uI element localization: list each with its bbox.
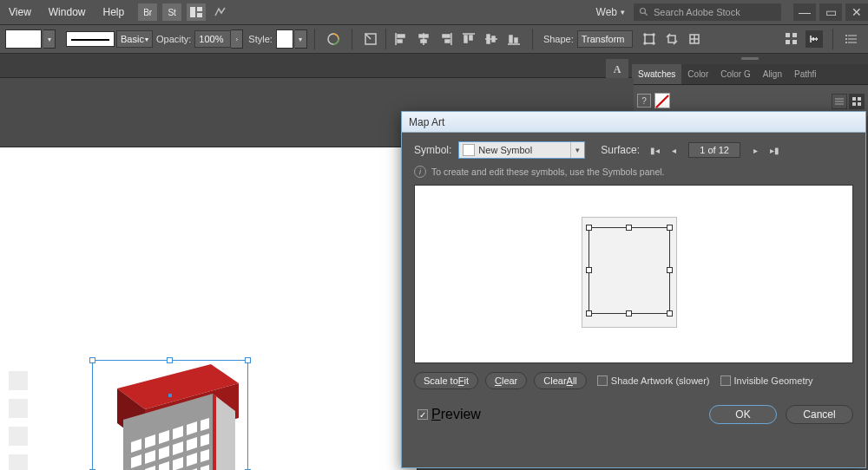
- stroke-style-dropdown[interactable]: Basic ▾: [116, 30, 153, 48]
- menu-view[interactable]: View: [0, 6, 40, 18]
- clear-all-button[interactable]: Clear All: [534, 372, 587, 389]
- selection-handle-tr[interactable]: [245, 357, 251, 363]
- swatch-view-toggle: [830, 94, 865, 109]
- svg-rect-35: [786, 33, 790, 37]
- tab-swatches[interactable]: Swatches: [632, 64, 681, 84]
- tab-color[interactable]: Color: [681, 64, 714, 84]
- stock-button[interactable]: St: [162, 3, 181, 21]
- menu-window[interactable]: Window: [40, 6, 95, 18]
- svg-rect-15: [443, 35, 450, 37]
- opacity-field[interactable]: 100%: [194, 30, 231, 48]
- gpu-icon: [214, 6, 227, 18]
- first-surface-button[interactable]: ▮◂: [647, 142, 662, 158]
- selection-handle-tl[interactable]: [89, 357, 95, 363]
- selection-bounding-box[interactable]: [92, 360, 248, 470]
- graphic-style-swatch[interactable]: ▾: [276, 29, 307, 49]
- align-hcenter-icon[interactable]: [414, 29, 433, 49]
- preview-handle-tc[interactable]: [626, 225, 632, 231]
- bridge-button[interactable]: Br: [138, 3, 157, 21]
- swatch-list-view-icon[interactable]: [832, 94, 847, 109]
- scale-to-fit-button[interactable]: Scale to Fit: [414, 372, 478, 389]
- preview-handle-tl[interactable]: [586, 225, 592, 231]
- panel-grid-icon[interactable]: [783, 30, 800, 48]
- panel-menu-icon[interactable]: [843, 30, 860, 48]
- dialog-footer: Preview OK Cancel: [402, 398, 865, 434]
- svg-rect-48: [852, 97, 856, 101]
- last-surface-button[interactable]: ▸▮: [766, 142, 782, 158]
- maximize-button[interactable]: ▭: [819, 3, 842, 21]
- recolor-icon[interactable]: [324, 29, 343, 49]
- workspace-switcher[interactable]: Web ▾: [596, 6, 625, 18]
- ok-button[interactable]: OK: [709, 405, 777, 424]
- shade-artwork-checkbox[interactable]: Shade Artwork (slower): [597, 375, 710, 386]
- opacity-stepper[interactable]: ›: [231, 29, 243, 49]
- dialog-info-row: i To create and edit these symbols, use …: [402, 164, 865, 185]
- align-bottom-icon[interactable]: [504, 29, 523, 49]
- preview-handle-ml[interactable]: [586, 267, 592, 273]
- svg-rect-19: [470, 36, 472, 40]
- minimize-button[interactable]: ―: [793, 3, 816, 21]
- clear-button[interactable]: Clear: [485, 372, 527, 389]
- surface-position-field[interactable]: 1 of 12: [688, 142, 740, 158]
- workspace-label: Web: [596, 6, 617, 18]
- align-to-button[interactable]: [361, 29, 380, 49]
- panel-drag-handle[interactable]: [632, 57, 868, 64]
- preview-handle-tr[interactable]: [667, 225, 673, 231]
- invisible-geometry-checkbox[interactable]: Invisible Geometry: [720, 375, 813, 386]
- arrange-docs-button[interactable]: [187, 3, 206, 21]
- svg-rect-36: [792, 33, 797, 37]
- preview-handle-bl[interactable]: [586, 310, 592, 317]
- dialog-action-row: Scale to Fit Clear Clear All Shade Artwo…: [402, 363, 865, 398]
- tab-align[interactable]: Align: [757, 64, 788, 84]
- selection-handle-tc[interactable]: [167, 357, 173, 363]
- dialog-titlebar[interactable]: Map Art: [402, 112, 865, 133]
- svg-rect-25: [515, 38, 517, 42]
- surface-label: Surface:: [601, 144, 640, 156]
- fill-swatch[interactable]: ▾: [5, 29, 56, 49]
- chevron-down-icon: ▾: [570, 142, 584, 158]
- tab-pathfinder[interactable]: Pathfi: [788, 64, 823, 84]
- swatch-thumb-view-icon[interactable]: [849, 94, 865, 109]
- transform-dropdown[interactable]: Transform: [577, 30, 633, 48]
- menu-help[interactable]: Help: [94, 6, 133, 18]
- arrange-icon: [190, 7, 202, 17]
- symbol-bounding-box[interactable]: [589, 227, 670, 314]
- swatch-none[interactable]: [654, 93, 670, 108]
- preview-handle-br[interactable]: [667, 310, 673, 317]
- selection-anchor-top[interactable]: [168, 394, 172, 397]
- symbol-label: Symbol:: [414, 144, 451, 156]
- svg-rect-10: [398, 40, 402, 42]
- gpu-button[interactable]: [211, 3, 230, 21]
- next-surface-button[interactable]: ▸: [747, 142, 763, 158]
- symbol-dropdown-value: New Symbol: [478, 145, 532, 155]
- symbol-swatch-icon: [463, 144, 475, 156]
- tab-colorguide[interactable]: Color G: [714, 64, 756, 84]
- map-art-preview[interactable]: [414, 185, 853, 363]
- align-top-icon[interactable]: [459, 29, 478, 49]
- preview-handle-mr[interactable]: [667, 267, 673, 273]
- align-left-icon[interactable]: [391, 29, 411, 49]
- edit-contents-icon[interactable]: [685, 29, 704, 49]
- panel-toggle-icon[interactable]: [806, 30, 823, 48]
- swatch-help-icon[interactable]: ?: [637, 94, 651, 108]
- symbol-dropdown[interactable]: New Symbol ▾: [458, 141, 585, 159]
- isolate-icon[interactable]: [640, 29, 659, 49]
- prev-surface-button[interactable]: ◂: [666, 142, 681, 158]
- right-panel-group: Swatches Color Color G Align Pathfi ?: [632, 57, 868, 116]
- crop-icon[interactable]: [662, 29, 681, 49]
- menu-bar: View Window Help Br St Web ▾ Search Adob…: [0, 0, 868, 24]
- cancel-button[interactable]: Cancel: [786, 405, 853, 424]
- chevron-down-icon: ▾: [621, 8, 625, 16]
- close-button[interactable]: ✕: [845, 3, 868, 21]
- search-placeholder: Search Adobe Stock: [654, 7, 740, 17]
- stroke-style-value: Basic: [121, 34, 144, 44]
- align-vcenter-icon[interactable]: [482, 29, 501, 49]
- search-stock-field[interactable]: Search Adobe Stock: [634, 3, 781, 21]
- preview-handle-bc[interactable]: [626, 310, 632, 317]
- preview-checkbox[interactable]: Preview: [418, 407, 481, 422]
- align-right-icon[interactable]: [437, 29, 456, 49]
- stroke-preview[interactable]: [66, 31, 115, 47]
- svg-point-44: [845, 42, 847, 43]
- surface-navigator: Surface: ▮◂ ◂ 1 of 12 ▸ ▸▮: [601, 142, 784, 158]
- control-bar: ▾ Basic ▾ Opacity: 100% › Style: ▾ Shape…: [0, 24, 868, 54]
